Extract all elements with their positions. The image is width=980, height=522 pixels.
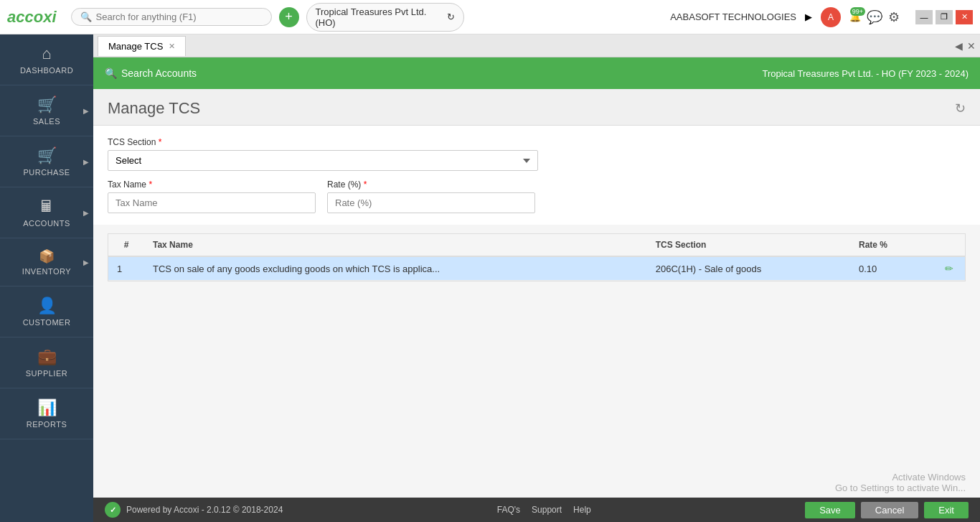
sidebar-label-supplier: SUPPLIER: [26, 369, 67, 378]
search-accounts-icon: 🔍: [105, 67, 117, 79]
table-row[interactable]: 1 TCS on sale of any goods excluding goo…: [108, 256, 965, 281]
watermark-subtitle: Go to Settings to activate Win...: [835, 483, 966, 493]
col-header-tax-name: Tax Name: [144, 234, 647, 256]
faq-link[interactable]: FAQ's: [497, 505, 520, 515]
sidebar-item-sales[interactable]: 🛒 SALES ▶: [0, 85, 93, 136]
sidebar-item-customer[interactable]: 👤 CUSTOMER: [0, 286, 93, 337]
app-logo: accoxi: [7, 8, 57, 27]
edit-icon[interactable]: ✏: [945, 263, 953, 274]
notification-badge: 99+: [850, 7, 865, 16]
restore-button[interactable]: ❐: [936, 10, 953, 24]
triangle-icon: ▶: [805, 11, 812, 22]
tab-manage-tcs[interactable]: Manage TCS ✕: [98, 36, 186, 56]
refresh-button[interactable]: ↻: [955, 101, 966, 116]
tcs-section-label: TCS Section *: [108, 137, 966, 147]
company-info-label: Tropical Treasures Pvt Ltd. - HO (FY 202…: [762, 68, 969, 79]
close-button[interactable]: ✕: [956, 10, 973, 24]
col-header-action: [936, 234, 965, 256]
col-header-rate: Rate %: [850, 234, 936, 256]
company-refresh-icon[interactable]: ↻: [447, 11, 455, 22]
sales-arrow: ▶: [83, 107, 89, 115]
cancel-button[interactable]: Cancel: [861, 502, 918, 518]
company-name: AABASOFT TECHNOLOGIES: [670, 11, 796, 22]
col-header-tcs-section: TCS Section: [647, 234, 850, 256]
row-number: 1: [108, 256, 144, 281]
help-link[interactable]: Help: [573, 505, 591, 515]
tcs-section-required: *: [159, 137, 162, 147]
sidebar-label-purchase: PURCHASE: [23, 168, 70, 177]
row-edit[interactable]: ✏: [936, 256, 965, 281]
tax-name-input[interactable]: [108, 192, 316, 213]
topbar-right: AABASOFT TECHNOLOGIES ▶ A 🔔 99+ 💬 ⚙ — ❐ …: [670, 7, 973, 27]
tcs-section-select[interactable]: Select: [108, 150, 538, 171]
watermark: Activate Windows Go to Settings to activ…: [835, 472, 966, 493]
rate-input[interactable]: [327, 192, 535, 213]
main-content: Manage TCS ✕ ◀ ✕ 🔍 Search Accounts Tropi…: [93, 34, 980, 522]
topbar: accoxi 🔍 + Tropical Treasures Pvt Ltd.(H…: [0, 0, 980, 34]
powered-by: ✓ Powered by Accoxi - 2.0.12 © 2018-2024: [105, 502, 283, 518]
search-accounts-button[interactable]: 🔍 Search Accounts: [105, 67, 197, 79]
exit-button[interactable]: Exit: [924, 502, 969, 518]
window-controls: — ❐ ✕: [915, 10, 973, 24]
customer-icon: 👤: [37, 297, 57, 315]
tab-bar: Manage TCS ✕ ◀ ✕: [93, 34, 980, 57]
search-box[interactable]: 🔍: [71, 8, 272, 26]
search-accounts-label: Search Accounts: [121, 67, 197, 79]
tab-controls: ◀ ✕: [955, 40, 976, 52]
rate-required: *: [364, 180, 367, 190]
supplier-icon: 💼: [37, 348, 57, 366]
sidebar-label-dashboard: DASHBOARD: [20, 66, 73, 75]
powered-text: Powered by Accoxi - 2.0.12 © 2018-2024: [126, 505, 283, 515]
sidebar-item-dashboard[interactable]: ⌂ DASHBOARD: [0, 34, 93, 85]
green-header: 🔍 Search Accounts Tropical Treasures Pvt…: [93, 57, 980, 89]
tab-back-button[interactable]: ◀: [955, 40, 963, 52]
company-selector[interactable]: Tropical Treasures Pvt Ltd.(HO) ↻: [306, 3, 464, 32]
form-area: TCS Section * Select Tax Name *: [93, 126, 980, 225]
reports-icon: 📊: [37, 399, 57, 417]
col-header-hash: #: [108, 234, 144, 256]
row-tcs-section: 206C(1H) - Sale of goods: [647, 256, 850, 281]
table-header-row: # Tax Name TCS Section Rate %: [108, 234, 965, 256]
footer-links: FAQ's Support Help: [497, 505, 591, 515]
tab-close-icon[interactable]: ✕: [169, 42, 175, 51]
support-link[interactable]: Support: [532, 505, 562, 515]
footer: ✓ Powered by Accoxi - 2.0.12 © 2018-2024…: [93, 498, 980, 522]
tcs-table: # Tax Name TCS Section Rate % 1 TCS on s…: [108, 234, 965, 281]
row-tax-name: TCS on sale of any goods excluding goods…: [144, 256, 647, 281]
layout: ⌂ DASHBOARD 🛒 SALES ▶ 🛒 PURCHASE ▶ 🖩 ACC…: [0, 34, 980, 522]
tab-label: Manage TCS: [108, 41, 163, 52]
notification-area: 🔔 99+ 💬 ⚙: [849, 9, 900, 25]
tcs-section-field: TCS Section * Select: [108, 137, 966, 171]
watermark-title: Activate Windows: [835, 472, 966, 483]
sales-icon: 🛒: [37, 95, 57, 114]
minimize-button[interactable]: —: [915, 10, 933, 24]
tab-forward-button[interactable]: ✕: [967, 40, 976, 52]
sidebar-item-accounts[interactable]: 🖩 ACCOUNTS ▶: [0, 187, 93, 238]
sidebar-item-reports[interactable]: 📊 REPORTS: [0, 388, 93, 439]
powered-logo: ✓: [105, 502, 121, 518]
rate-field: Rate (%) *: [327, 180, 535, 213]
message-icon[interactable]: 💬: [867, 9, 882, 25]
user-avatar: A: [821, 7, 841, 27]
purchase-icon: 🛒: [37, 146, 57, 165]
accounts-icon: 🖩: [39, 197, 55, 216]
save-button[interactable]: Save: [805, 502, 855, 518]
notification-icon[interactable]: 🔔 99+: [849, 11, 861, 22]
tax-name-field: Tax Name *: [108, 180, 316, 213]
sidebar-item-supplier[interactable]: 💼 SUPPLIER: [0, 337, 93, 388]
sidebar-label-customer: CUSTOMER: [23, 318, 71, 327]
company-selector-text: Tropical Treasures Pvt Ltd.(HO): [316, 6, 443, 28]
dashboard-icon: ⌂: [42, 45, 51, 63]
add-button[interactable]: +: [279, 7, 299, 27]
tax-name-required: *: [149, 180, 152, 190]
tax-rate-row: Tax Name * Rate (%) *: [108, 180, 966, 213]
inventory-icon: 📦: [39, 248, 55, 264]
search-input[interactable]: [96, 11, 254, 22]
table-area: # Tax Name TCS Section Rate % 1 TCS on s…: [108, 233, 966, 281]
settings-icon[interactable]: ⚙: [888, 9, 900, 25]
sidebar-item-inventory[interactable]: 📦 INVENTORY ▶: [0, 238, 93, 286]
rate-label: Rate (%) *: [327, 180, 535, 190]
sidebar-item-purchase[interactable]: 🛒 PURCHASE ▶: [0, 136, 93, 187]
sidebar-label-sales: SALES: [33, 117, 60, 126]
row-rate: 0.10: [850, 256, 936, 281]
